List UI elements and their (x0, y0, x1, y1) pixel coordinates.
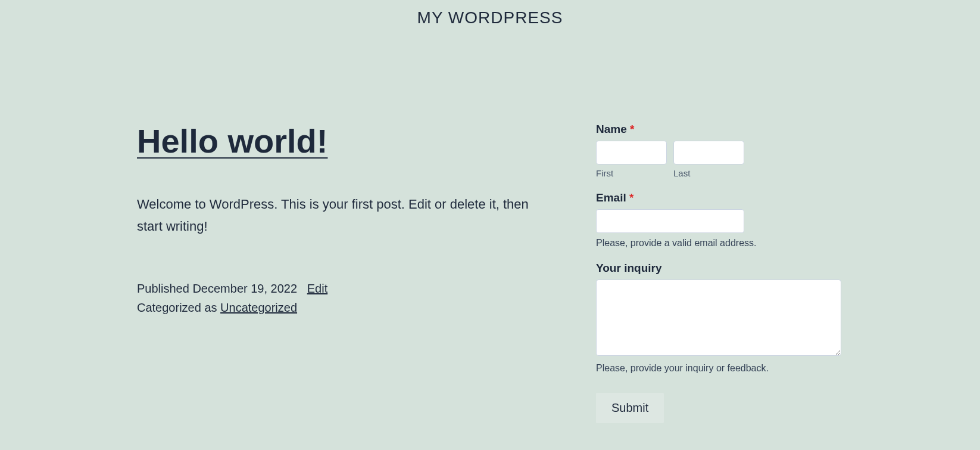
published-label: Published (137, 282, 192, 295)
post-main: Hello world! Welcome to WordPress. This … (137, 123, 554, 423)
email-group: Email * Please, provide a valid email ad… (596, 191, 843, 249)
edit-link[interactable]: Edit (307, 282, 327, 295)
email-label: Email * (596, 191, 843, 204)
post-title-link[interactable]: Hello world! (137, 123, 554, 160)
published-date: December 19, 2022 (192, 282, 297, 295)
name-required-star: * (630, 123, 634, 135)
last-name-sublabel: Last (673, 168, 744, 178)
last-name-input[interactable] (673, 141, 744, 165)
email-input[interactable] (596, 209, 744, 233)
inquiry-textarea[interactable] (596, 280, 841, 356)
name-group: Name * First Last (596, 123, 843, 178)
post-category-line: Categorized as Uncategorized (137, 298, 554, 317)
inquiry-help-text: Please, provide your inquiry or feedback… (596, 363, 843, 374)
category-link[interactable]: Uncategorized (220, 301, 297, 314)
name-label: Name * (596, 123, 843, 136)
name-row: First Last (596, 141, 843, 178)
main-container: Hello world! Welcome to WordPress. This … (0, 123, 980, 423)
first-name-sublabel: First (596, 168, 667, 178)
categorized-label: Categorized as (137, 301, 220, 314)
post-published-line: Published December 19, 2022 Edit (137, 279, 554, 298)
email-help-text: Please, provide a valid email address. (596, 238, 843, 249)
first-name-col: First (596, 141, 667, 178)
name-label-text: Name (596, 123, 630, 135)
sidebar-form: Name * First Last Email * Please, provid… (596, 123, 843, 423)
inquiry-label: Your inquiry (596, 262, 843, 275)
email-label-text: Email (596, 191, 629, 204)
site-header: MY WORDPRESS (0, 0, 980, 51)
email-required-star: * (629, 191, 633, 204)
post-meta: Published December 19, 2022 Edit Categor… (137, 279, 554, 317)
first-name-input[interactable] (596, 141, 667, 165)
inquiry-group: Your inquiry Please, provide your inquir… (596, 262, 843, 374)
submit-button[interactable]: Submit (596, 393, 664, 423)
site-title[interactable]: MY WORDPRESS (0, 8, 980, 27)
post-content: Welcome to WordPress. This is your first… (137, 193, 554, 238)
last-name-col: Last (673, 141, 744, 178)
